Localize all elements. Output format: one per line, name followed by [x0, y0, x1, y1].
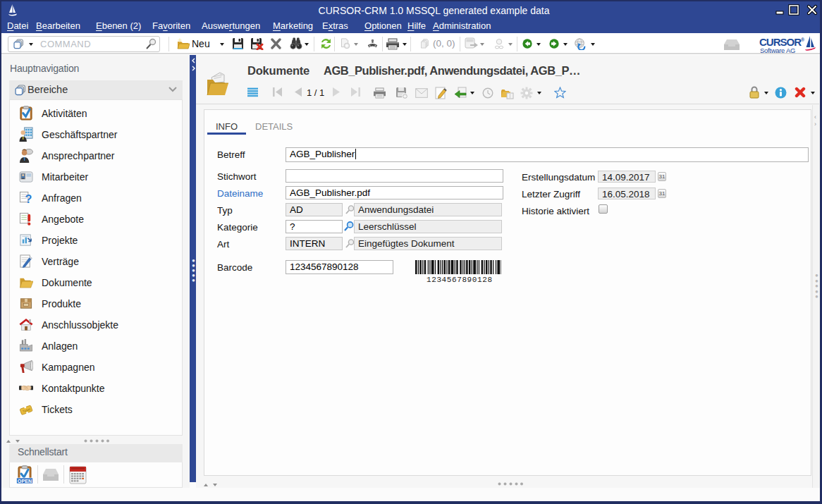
svg-text:OPEN: OPEN — [18, 478, 32, 484]
svg-text:?: ? — [25, 192, 32, 205]
